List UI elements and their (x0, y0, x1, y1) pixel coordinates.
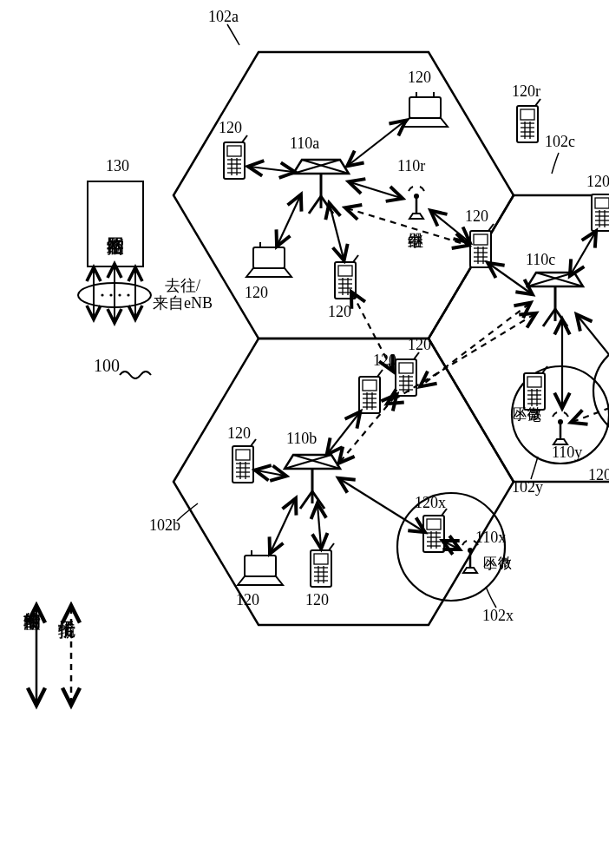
svg-point-68 (127, 293, 129, 296)
lbl-110y: 110y (552, 444, 582, 462)
enb-a (293, 160, 349, 214)
lbl-120-4: 120 (465, 208, 488, 226)
svg-line-81 (340, 479, 423, 531)
ue-120r (517, 99, 540, 142)
svg-line-71 (250, 167, 293, 172)
hex-c-partial (429, 195, 599, 482)
ctrl-ref: 130 (106, 158, 129, 175)
lt-a (246, 242, 291, 277)
lbl-120-5: 120 (245, 285, 268, 302)
svg-line-72 (278, 196, 300, 245)
svg-line-82 (444, 542, 458, 549)
lbl-102b: 102b (149, 517, 180, 535)
svg-line-73 (330, 205, 344, 259)
lbl-120y: 120y (588, 467, 609, 484)
lbl-110a: 110a (290, 135, 319, 153)
svg-line-76 (432, 212, 468, 241)
lbl-120-9: 120 (373, 352, 396, 370)
svg-line-92 (573, 401, 609, 422)
lbl-120r: 120r (512, 83, 540, 101)
femto-y-ant (553, 412, 568, 444)
fig-ref: 100 (94, 356, 120, 375)
ue-b4 (396, 352, 419, 396)
ue-ar (470, 224, 494, 267)
svg-line-80 (328, 413, 359, 453)
network-controller: 网络控制器 (87, 181, 144, 267)
hexes (174, 52, 609, 625)
lbl-110r: 110r (397, 158, 425, 175)
lbl-110c: 110c (526, 252, 555, 269)
circle-femto-z (593, 342, 609, 439)
lbl-120-3: 120 (408, 69, 431, 87)
svg-line-79 (318, 505, 321, 547)
lbl-102a: 102a (208, 9, 239, 26)
svg-point-65 (101, 293, 103, 296)
lbl-120-1: 120 (219, 120, 242, 137)
ue-b1 (232, 439, 256, 483)
enb-b (285, 455, 340, 509)
svg-point-67 (118, 293, 121, 296)
circle-pico (397, 493, 505, 601)
lbl-120-10: 120 (408, 337, 431, 354)
svg-line-84 (489, 264, 531, 293)
svg-line-78 (271, 500, 295, 552)
enb-c (527, 273, 583, 326)
svg-line-74 (349, 122, 404, 165)
svg-line-77 (257, 470, 285, 476)
lbl-120x: 120x (415, 495, 446, 512)
ue-a2 (335, 255, 358, 299)
ue-b2 (311, 543, 334, 587)
lbl-120-7: 120 (305, 592, 329, 609)
lbl-120-2: 120 (328, 304, 351, 321)
lbl-110b: 110b (286, 431, 317, 448)
svg-line-75 (350, 182, 401, 198)
lbl-120-6: 120 (227, 425, 251, 443)
relay-ant (409, 187, 424, 219)
lt-a2 (403, 92, 448, 127)
lbl-120-8: 120 (236, 592, 259, 609)
lt-b (238, 550, 283, 585)
lbl-102c: 102c (545, 134, 575, 151)
lbl-120-11: 120 (586, 174, 609, 191)
diagram-stage: { "figureRef": "100", "controller": { "l… (0, 0, 609, 868)
ctrl-link-text: 去往/ 来自eNB (153, 278, 213, 312)
ue-x (423, 509, 447, 552)
svg-line-83 (571, 233, 595, 274)
ue-c1 (592, 187, 609, 231)
lbl-110x: 110x (475, 529, 506, 547)
ue-cy-inside (524, 366, 547, 410)
ue-a1 (224, 135, 247, 179)
lbl-102x: 102x (482, 608, 514, 625)
lbl-102y: 102y (512, 479, 543, 496)
svg-point-66 (109, 293, 112, 296)
ue-b3 (359, 370, 383, 413)
